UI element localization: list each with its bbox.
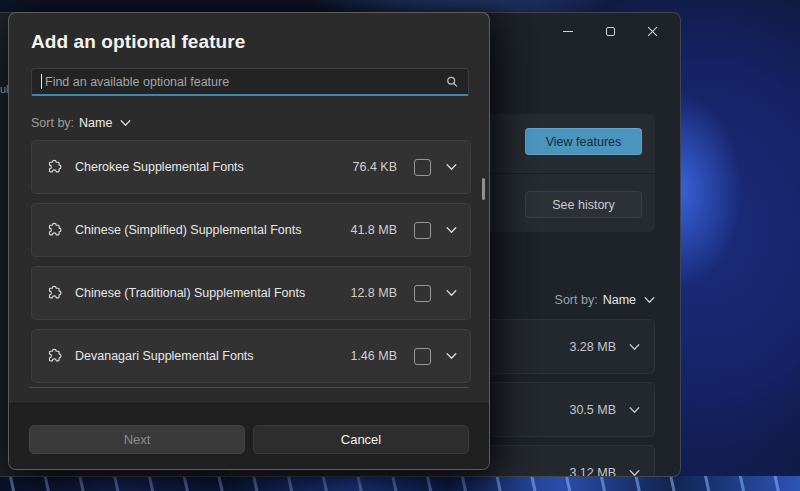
close-button[interactable] [631, 18, 673, 44]
chevron-down-icon [446, 226, 457, 234]
chevron-down-icon [446, 352, 457, 360]
sort-value: Name [79, 116, 112, 130]
feature-list-viewport: Cherokee Supplemental Fonts 76.4 KB Chin… [31, 140, 471, 387]
feature-list: Cherokee Supplemental Fonts 76.4 KB Chin… [31, 140, 471, 383]
feature-size: 3.12 MB [569, 466, 616, 478]
puzzle-icon [45, 348, 62, 365]
feature-name: Cherokee Supplemental Fonts [75, 160, 353, 174]
dialog-title: Add an optional feature [31, 31, 245, 53]
chevron-down-icon [446, 163, 457, 171]
close-icon [647, 26, 658, 37]
chevron-down-icon [629, 406, 640, 414]
feature-size: 76.4 KB [353, 160, 397, 174]
feature-card[interactable]: Chinese (Simplified) Supplemental Fonts … [31, 203, 471, 257]
add-optional-feature-dialog: Add an optional feature Find an availabl… [8, 12, 490, 470]
wallpaper-ribbons [0, 476, 800, 491]
text-caret [41, 74, 42, 89]
cancel-button[interactable]: Cancel [253, 425, 469, 454]
feature-card[interactable]: Cherokee Supplemental Fonts 76.4 KB [31, 140, 471, 194]
chevron-down-icon [629, 343, 640, 351]
minimize-button[interactable] [547, 18, 589, 44]
feature-name: Devanagari Supplemental Fonts [75, 349, 350, 363]
view-features-button[interactable]: View features [525, 128, 642, 155]
puzzle-icon [45, 222, 62, 239]
search-input[interactable]: Find an available optional feature [31, 68, 469, 96]
chevron-down-icon [644, 296, 655, 304]
feature-card[interactable]: Chinese (Traditional) Supplemental Fonts… [31, 266, 471, 320]
search-placeholder: Find an available optional feature [45, 75, 445, 89]
feature-name: Chinese (Simplified) Supplemental Fonts [75, 223, 350, 237]
chevron-down-icon [120, 119, 131, 127]
minimize-icon [563, 31, 573, 32]
feature-checkbox[interactable] [414, 348, 431, 365]
next-button[interactable]: Next [29, 425, 245, 454]
desktop: uk View features See history Sort by: Na… [0, 0, 800, 491]
maximize-icon [606, 27, 615, 36]
feature-size: 3.28 MB [569, 340, 616, 354]
window-sort-dropdown[interactable]: Sort by: Name [555, 293, 655, 307]
feature-checkbox[interactable] [414, 222, 431, 239]
chevron-down-icon [446, 289, 457, 297]
feature-name: Chinese (Traditional) Supplemental Fonts [75, 286, 350, 300]
sort-label: Sort by: [31, 116, 74, 130]
scrollbar-thumb[interactable] [482, 178, 485, 200]
sort-label: Sort by: [555, 293, 598, 307]
feature-checkbox[interactable] [414, 285, 431, 302]
puzzle-icon [45, 159, 62, 176]
feature-checkbox[interactable] [414, 159, 431, 176]
window-controls [547, 18, 673, 44]
feature-size: 12.8 MB [350, 286, 397, 300]
sort-value: Name [603, 293, 636, 307]
maximize-button[interactable] [589, 18, 631, 44]
dialog-footer: Next Cancel [9, 403, 489, 469]
list-divider [29, 387, 469, 388]
feature-size: 41.8 MB [350, 223, 397, 237]
search-icon [445, 75, 459, 89]
feature-card[interactable]: Devanagari Supplemental Fonts 1.46 MB [31, 329, 471, 383]
feature-size: 1.46 MB [350, 349, 397, 363]
see-history-button[interactable]: See history [525, 191, 642, 218]
feature-size: 30.5 MB [569, 403, 616, 417]
puzzle-icon [45, 285, 62, 302]
dialog-sort-dropdown[interactable]: Sort by: Name [31, 116, 131, 130]
chevron-down-icon [629, 469, 640, 477]
